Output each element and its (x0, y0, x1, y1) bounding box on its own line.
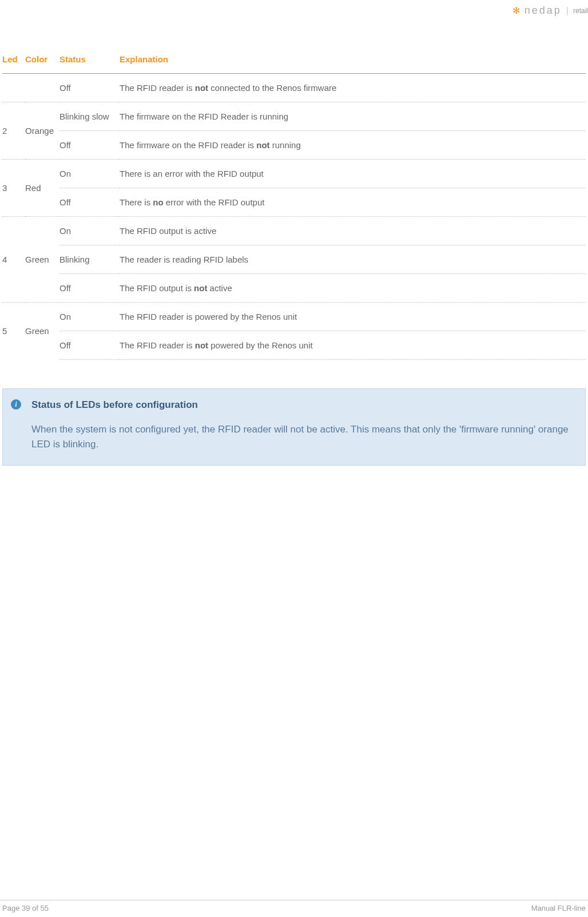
cell-status: On (59, 217, 120, 245)
info-title: Status of LEDs before configuration (31, 399, 574, 411)
table-row: OffThe RFID output is not active (2, 274, 586, 303)
cell-led: 5 (2, 303, 25, 360)
cell-color: Green (25, 217, 59, 303)
cell-explanation: The firmware on the RFID Reader is runni… (120, 102, 586, 131)
header-explanation: Explanation (120, 49, 586, 74)
table-row: 3RedOnThere is an error with the RFID ou… (2, 160, 586, 188)
info-text: When the system is not configured yet, t… (31, 422, 574, 452)
table-row: 5GreenOnThe RFID reader is powered by th… (2, 303, 586, 331)
cell-status: Off (59, 331, 120, 360)
cell-explanation: The RFID reader is not powered by the Re… (120, 331, 586, 360)
cell-status: Blinking (59, 245, 120, 274)
cell-explanation: There is no error with the RFID output (120, 188, 586, 217)
cell-explanation: The RFID output is not active (120, 274, 586, 303)
info-panel: i Status of LEDs before configuration Wh… (2, 388, 586, 466)
brand-logo: ✻ nedap | retail (512, 5, 588, 17)
star-icon: ✻ (512, 5, 520, 16)
led-status-table: Led Color Status Explanation OffThe RFID… (2, 49, 586, 360)
cell-status: Off (59, 274, 120, 303)
cell-explanation: The RFID output is active (120, 217, 586, 245)
cell-led (2, 74, 25, 102)
cell-status: Off (59, 131, 120, 160)
brand-name: nedap (525, 5, 562, 17)
table-row: 4GreenOnThe RFID output is active (2, 217, 586, 245)
cell-status: Off (59, 74, 120, 102)
cell-color: Red (25, 160, 59, 217)
cell-color (25, 74, 59, 102)
brand-suffix: retail (573, 7, 588, 15)
table-row: OffThere is no error with the RFID outpu… (2, 188, 586, 217)
cell-explanation: The RFID reader is not connected to the … (120, 74, 586, 102)
table-row: OffThe RFID reader is not powered by the… (2, 331, 586, 360)
header-led: Led (2, 49, 25, 74)
cell-explanation: The reader is reading RFID labels (120, 245, 586, 274)
cell-explanation: The firmware on the RFID reader is not r… (120, 131, 586, 160)
cell-status: Off (59, 188, 120, 217)
cell-status: On (59, 303, 120, 331)
cell-explanation: The RFID reader is powered by the Renos … (120, 303, 586, 331)
cell-status: Blinking slow (59, 102, 120, 131)
cell-led: 2 (2, 102, 25, 160)
cell-explanation: There is an error with the RFID output (120, 160, 586, 188)
cell-color: Green (25, 303, 59, 360)
manual-name: Manual FLR-line (531, 904, 586, 912)
divider: | (566, 6, 569, 16)
table-row: OffThe RFID reader is not connected to t… (2, 74, 586, 102)
cell-status: On (59, 160, 120, 188)
cell-led: 4 (2, 217, 25, 303)
header-status: Status (59, 49, 120, 74)
cell-color: Orange (25, 102, 59, 160)
page-number: Page 39 of 55 (2, 904, 49, 912)
info-icon: i (11, 399, 21, 410)
cell-led: 3 (2, 160, 25, 217)
table-row: BlinkingThe reader is reading RFID label… (2, 245, 586, 274)
page-footer: Page 39 of 55 Manual FLR-line (0, 900, 588, 912)
table-row: OffThe firmware on the RFID reader is no… (2, 131, 586, 160)
table-row: 2OrangeBlinking slowThe firmware on the … (2, 102, 586, 131)
header-color: Color (25, 49, 59, 74)
